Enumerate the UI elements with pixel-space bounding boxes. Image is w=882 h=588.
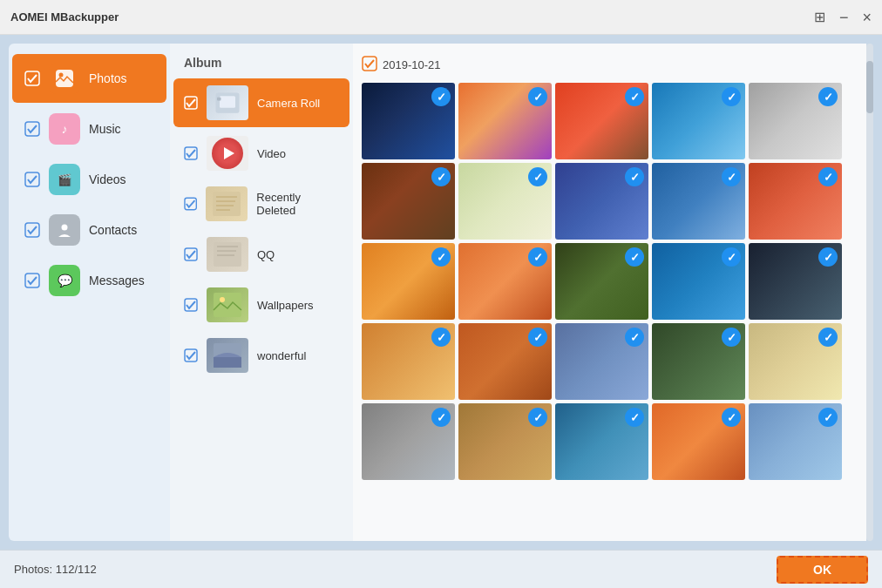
qq-check-icon — [184, 247, 198, 261]
photo-select-badge: ✓ — [625, 328, 644, 347]
photo-cell[interactable]: ✓ — [362, 323, 455, 400]
sidebar-music-label: Music — [89, 122, 121, 136]
svg-text:🎬: 🎬 — [58, 172, 72, 187]
photo-cell[interactable]: ✓ — [458, 403, 552, 480]
videos-check-icon — [24, 172, 40, 187]
svg-rect-17 — [220, 96, 235, 108]
music-icon: ♪ — [49, 113, 80, 145]
photo-row-1: ✓ ✓ ✓ ✓ ✓ — [362, 83, 858, 159]
recently-deleted-thumb — [206, 186, 248, 221]
svg-rect-32 — [214, 293, 241, 317]
photo-select-badge: ✓ — [528, 247, 547, 267]
album-recently-deleted[interactable]: Recently Deleted — [173, 179, 349, 228]
photo-cell[interactable]: ✓ — [652, 83, 745, 159]
svg-rect-3 — [25, 122, 39, 136]
recently-deleted-check-icon — [184, 197, 197, 211]
photo-select-badge: ✓ — [722, 408, 741, 427]
photo-cell[interactable]: ✓ — [749, 163, 842, 240]
photo-row-5: ✓ ✓ ✓ ✓ ✓ — [362, 403, 858, 480]
photos-icon — [49, 63, 80, 94]
svg-text:♪: ♪ — [62, 122, 68, 136]
svg-rect-37 — [363, 57, 377, 71]
photo-cell[interactable]: ✓ — [652, 403, 745, 480]
date-section: 2019-10-21 ✓ ✓ ✓ ✓ ✓ — [362, 52, 858, 480]
wallpapers-thumb — [207, 287, 248, 322]
sidebar-item-contacts[interactable]: Contacts — [12, 206, 166, 254]
wonderful-check-icon — [184, 348, 198, 362]
sidebar-videos-label: Videos — [89, 172, 126, 186]
sidebar-item-videos[interactable]: 🎬 Videos — [12, 155, 166, 204]
photo-cell[interactable]: ✓ — [458, 163, 552, 240]
menu-icon[interactable]: ⊞ — [814, 10, 825, 24]
camera-roll-thumb — [207, 85, 248, 120]
photo-select-badge: ✓ — [818, 87, 838, 106]
photo-cell[interactable]: ✓ — [555, 163, 648, 240]
album-video[interactable]: Video — [173, 129, 349, 178]
date-header: 2019-10-21 — [362, 52, 858, 79]
photo-cell[interactable]: ✓ — [555, 323, 648, 400]
scrollbar-track[interactable] — [866, 44, 873, 541]
album-wallpapers[interactable]: Wallpapers — [173, 280, 349, 329]
photo-cell[interactable]: ✓ — [362, 163, 455, 240]
photo-cell[interactable]: ✓ — [652, 163, 745, 240]
sidebar-photos-label: Photos — [89, 71, 127, 85]
photo-select-badge: ✓ — [528, 408, 547, 427]
app-title: AOMEI MBackupper — [10, 10, 814, 24]
photo-select-badge: ✓ — [818, 408, 838, 427]
photo-cell[interactable]: ✓ — [362, 243, 455, 320]
album-wonderful[interactable]: wonderful — [173, 331, 349, 380]
photo-cell[interactable]: ✓ — [458, 243, 552, 320]
photo-select-badge: ✓ — [818, 167, 838, 186]
ok-button[interactable]: OK — [777, 556, 868, 584]
photo-select-badge: ✓ — [818, 247, 838, 267]
photo-cell[interactable]: ✓ — [555, 403, 648, 480]
sidebar-item-messages[interactable]: 💬 Messages — [12, 256, 166, 305]
photo-row-3: ✓ ✓ ✓ ✓ ✓ — [362, 243, 858, 320]
video-label: Video — [257, 147, 286, 160]
photo-cell[interactable]: ✓ — [458, 83, 552, 159]
album-camera-roll[interactable]: Camera Roll — [173, 78, 349, 127]
bottom-bar: Photos: 112/112 OK — [0, 550, 882, 588]
wallpapers-check-icon — [184, 298, 198, 312]
photo-cell[interactable]: ✓ — [749, 243, 842, 320]
photo-select-badge: ✓ — [528, 328, 547, 347]
photo-cell[interactable]: ✓ — [362, 403, 455, 480]
photo-cell[interactable]: ✓ — [555, 83, 648, 159]
qq-thumb — [207, 237, 248, 272]
messages-icon: 💬 — [49, 265, 80, 296]
photo-cell[interactable]: ✓ — [458, 323, 552, 400]
photo-select-badge: ✓ — [722, 328, 741, 347]
contacts-icon — [49, 214, 80, 246]
left-sidebar: Photos ♪ Music 🎬 — [9, 44, 170, 541]
minimize-button[interactable]: − — [839, 10, 849, 25]
album-qq[interactable]: QQ — [173, 230, 349, 279]
photo-cell[interactable]: ✓ — [652, 243, 745, 320]
main-area: Photos ♪ Music 🎬 — [0, 35, 882, 550]
photo-select-badge: ✓ — [431, 328, 451, 347]
photo-cell[interactable]: ✓ — [362, 83, 455, 159]
photo-cell[interactable]: ✓ — [749, 323, 842, 400]
svg-rect-36 — [214, 357, 241, 368]
photo-select-badge: ✓ — [431, 408, 451, 427]
sidebar-item-photos[interactable]: Photos — [12, 54, 166, 103]
scrollbar-thumb[interactable] — [866, 61, 873, 113]
photo-row-2: ✓ ✓ ✓ ✓ ✓ — [362, 163, 858, 240]
photo-cell[interactable]: ✓ — [555, 243, 648, 320]
photo-cell[interactable]: ✓ — [749, 403, 842, 480]
photo-select-badge: ✓ — [818, 328, 838, 347]
photo-row-4: ✓ ✓ ✓ ✓ ✓ — [362, 323, 858, 400]
photo-cell[interactable]: ✓ — [749, 83, 842, 159]
photos-check-icon — [24, 71, 40, 86]
date-check-icon — [362, 56, 377, 74]
middle-panel: Album Camera Roll — [170, 44, 353, 541]
messages-check-icon — [24, 273, 40, 288]
window-controls: ⊞ − × — [814, 10, 872, 25]
photo-cell[interactable]: ✓ — [652, 323, 745, 400]
close-button[interactable]: × — [862, 10, 872, 25]
photo-select-badge: ✓ — [528, 87, 547, 106]
photo-select-badge: ✓ — [722, 87, 741, 106]
sidebar-contacts-label: Contacts — [89, 223, 137, 237]
svg-point-2 — [59, 73, 64, 78]
svg-rect-6 — [25, 172, 39, 186]
sidebar-item-music[interactable]: ♪ Music — [12, 105, 166, 153]
